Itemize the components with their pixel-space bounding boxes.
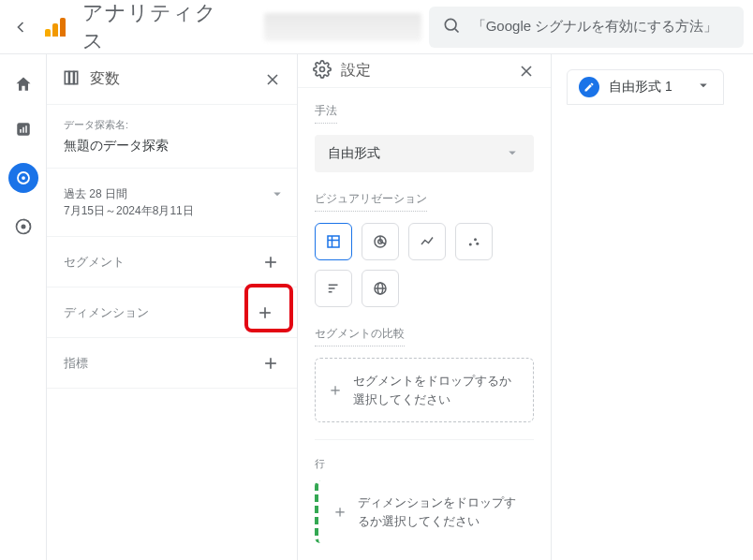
settings-panel: 設定 手法 自由形式 ビジュアリゼーション [298,54,552,560]
svg-rect-3 [20,129,22,133]
app-title: アナリティクス [82,0,238,55]
advertising-icon[interactable] [12,215,35,238]
viz-donut-button[interactable] [362,223,399,260]
exploration-name-section[interactable]: データ探索名: 無題のデータ探索 [47,105,297,169]
technique-select[interactable]: 自由形式 [315,135,534,172]
svg-point-21 [320,66,325,71]
segment-drop-text: セグメントをドロップするか選択してください [353,372,522,408]
svg-point-32 [474,238,477,241]
viz-scatter-button[interactable] [455,223,493,260]
svg-point-9 [22,225,24,228]
segment-drop-area[interactable]: ＋ セグメントをドロップするか選択してください [315,358,534,422]
date-range-selector[interactable]: 過去 28 日間 7月15日～2024年8月11日 [47,169,297,237]
svg-rect-12 [74,71,77,83]
property-selector-blurred[interactable] [264,13,421,41]
settings-title: 設定 [341,61,371,81]
segment-compare-label: セグメントの比較 [315,326,405,346]
explore-icon[interactable] [8,163,38,193]
edit-icon [579,77,599,97]
svg-line-1 [455,28,459,32]
chevron-down-icon [269,185,286,206]
exploration-name-label: データ探索名: [64,118,280,132]
tab-name: 自由形式 1 [609,79,672,96]
canvas-area: 自由形式 1 [552,54,753,560]
exploration-name-value: 無題のデータ探索 [64,138,280,155]
segments-label: セグメント [64,254,125,271]
svg-point-0 [445,19,456,30]
dimensions-label: ディメンション [64,304,149,321]
date-range-label: 過去 28 日間 [64,185,194,202]
gear-icon [313,60,332,82]
svg-point-31 [469,243,472,246]
dimension-drop-area[interactable]: ＋ ディメンションをドロップするか選択してください [315,480,534,543]
metrics-label: 指標 [64,355,88,372]
reports-icon[interactable] [12,118,35,140]
svg-rect-5 [25,125,27,133]
search-box[interactable]: 「Google シグナルを有効にする方法」 [429,7,744,48]
search-icon [442,16,461,38]
svg-point-33 [476,243,479,245]
variables-title: 変数 [90,69,120,89]
date-range-value: 7月15日～2024年8月11日 [64,202,194,219]
technique-label: 手法 [315,103,337,124]
viz-table-button[interactable] [315,223,352,260]
add-segment-button[interactable] [254,245,288,279]
home-icon[interactable] [12,73,35,96]
svg-rect-10 [65,71,68,83]
viz-bar-button[interactable] [315,270,352,307]
add-metric-button[interactable] [254,346,288,380]
metrics-row: 指標 [47,338,297,389]
chevron-down-icon [504,144,521,164]
segments-row: セグメント [47,237,297,287]
back-arrow-icon[interactable] [9,18,32,37]
analytics-logo [45,18,66,37]
plus-icon: ＋ [327,377,344,403]
dimensions-row: ディメンション [47,287,297,338]
search-placeholder-text: 「Google シグナルを有効にする方法」 [472,18,718,36]
svg-point-7 [22,176,25,180]
plus-icon: ＋ [332,499,348,524]
exploration-tab[interactable]: 自由形式 1 [567,69,724,105]
columns-icon [62,68,81,91]
svg-rect-24 [328,236,339,247]
rows-label: 行 [315,457,534,471]
viz-geo-button[interactable] [362,270,399,307]
add-dimension-button[interactable] [248,296,282,330]
viz-line-button[interactable] [408,223,446,260]
technique-value: 自由形式 [328,145,380,162]
variables-panel: 変数 データ探索名: 無題のデータ探索 過去 28 日間 7月15日～2024年… [47,54,298,560]
close-settings-button[interactable] [517,62,536,81]
nav-rail [0,54,47,560]
svg-rect-11 [69,71,73,83]
visualization-label: ビジュアリゼーション [315,191,427,212]
dimension-drop-text: ディメンションをドロップするか選択してください [358,494,523,530]
svg-rect-4 [22,127,24,133]
chevron-down-icon[interactable] [695,77,712,97]
close-variables-button[interactable] [263,70,282,89]
